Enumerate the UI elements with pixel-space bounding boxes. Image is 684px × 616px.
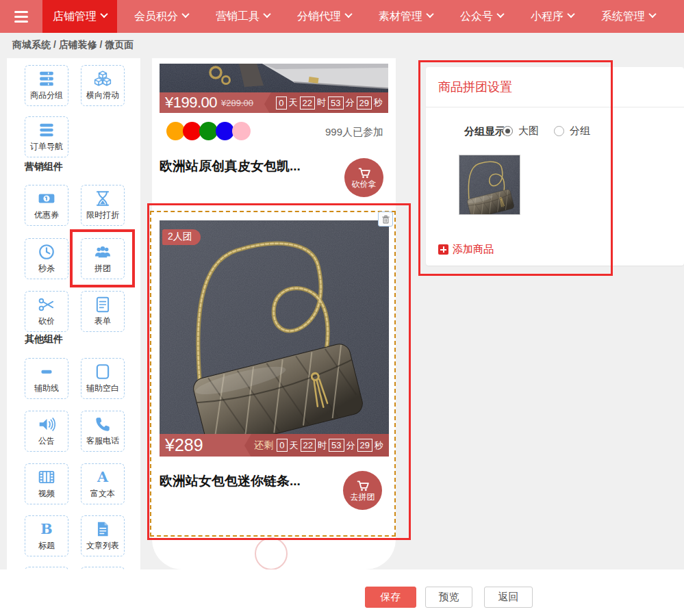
participant-avatars — [166, 122, 249, 140]
form-icon — [94, 296, 112, 313]
sidebar-item-rich-text[interactable]: A 富文本 — [81, 463, 125, 504]
footer-bar: 保存 预览 返回 — [0, 569, 684, 616]
preview-button[interactable]: 预览 — [425, 587, 472, 608]
plus-icon — [438, 244, 448, 255]
sidebar-item-video[interactable]: 视频 — [25, 463, 68, 504]
sidebar-item-service-phone[interactable]: 客服电话 — [81, 411, 125, 452]
hourglass-icon — [94, 190, 112, 207]
display-mode-options: 大图 分组 — [503, 125, 600, 138]
top-nav: 店铺管理 会员积分 营销工具 分销代理 素材管理 公众号 小程序 系统管理 — [0, 0, 684, 33]
add-product-button[interactable]: 添加商品 — [438, 243, 494, 256]
nav-item-member-points[interactable]: 会员积分 — [124, 0, 199, 33]
sidebar-item-partial[interactable] — [81, 567, 125, 569]
cart-icon — [355, 478, 370, 493]
trash-icon — [381, 214, 391, 224]
sidebar-item-bargain[interactable]: 砍价 — [25, 291, 68, 332]
display-mode-label: 分组显示 — [464, 125, 505, 138]
delete-component-button[interactable] — [378, 211, 393, 227]
scissors-icon — [38, 296, 55, 313]
sidebar-item-announcement[interactable]: 公告 — [25, 411, 68, 452]
nav-item-shop-management[interactable]: 店铺管理 — [42, 0, 117, 33]
chevron-down-icon — [567, 10, 574, 18]
chevron-down-icon — [344, 10, 352, 18]
bargain-countdown: 0天 22时 53分 29秒 — [271, 92, 388, 113]
component-palette: 商品分组 横向滑动 订单导航 营销组件 优惠券 限时打折 秒杀 拼团 — [7, 58, 140, 569]
sidebar-item-article-list[interactable]: 文章列表 — [81, 515, 125, 556]
settings-panel-title: 商品拼团设置 — [438, 79, 512, 95]
group-size-badge: 2人团 — [162, 229, 201, 245]
chevron-down-icon — [648, 10, 656, 18]
group-buy-settings-panel: 商品拼团设置 分组显示 大图 分组 添加商品 — [426, 67, 684, 266]
radio-grouped-label[interactable]: 分组 — [570, 125, 590, 138]
article-list-icon — [94, 520, 112, 538]
group-buy-product-image[interactable] — [160, 220, 389, 434]
sidebar-item-flash-sale[interactable]: 秒杀 — [25, 238, 68, 279]
nav-item-material-management[interactable]: 素材管理 — [368, 0, 443, 33]
sidebar-item-divider-line[interactable]: 辅助线 — [25, 358, 68, 399]
heading-icon: B — [38, 520, 55, 538]
svg-text:B: B — [40, 521, 52, 537]
back-button[interactable]: 返回 — [484, 587, 533, 608]
radio-large-image[interactable] — [503, 126, 513, 136]
bargain-button[interactable]: 砍价拿 — [344, 158, 383, 197]
hamburger-menu-icon[interactable] — [0, 0, 42, 33]
chevron-down-icon — [496, 10, 504, 18]
chevron-down-icon — [263, 10, 270, 18]
divider-line-icon — [38, 363, 55, 381]
bargain-product-image[interactable] — [160, 64, 388, 92]
sidebar-item-form[interactable]: 表单 — [81, 291, 125, 332]
avatar — [216, 122, 234, 140]
bargain-product-title: 欧洲站原创真皮女包凯... — [160, 157, 301, 175]
clock-icon — [38, 243, 55, 261]
service-phone-icon — [94, 415, 112, 433]
selected-product-thumbnail[interactable] — [459, 155, 520, 215]
divider — [426, 107, 684, 107]
nav-item-mini-program[interactable]: 小程序 — [520, 0, 584, 33]
sidebar-item-partial[interactable] — [25, 567, 68, 569]
section-header-other: 其他组件 — [25, 333, 63, 346]
nav-item-system-management[interactable]: 系统管理 — [591, 0, 666, 33]
chevron-down-icon — [426, 10, 433, 18]
section-header-marketing: 营销组件 — [25, 161, 63, 173]
announcement-icon — [38, 415, 55, 433]
breadcrumb: 商城系统 / 店铺装修 / 微页面 — [12, 39, 134, 51]
sidebar-item-group-buy[interactable]: 拼团 — [81, 238, 125, 279]
blank-space-icon — [94, 363, 112, 381]
save-button[interactable]: 保存 — [365, 587, 416, 608]
group-buy-countdown: 还剩 0天 22时 53分 29秒 — [251, 434, 389, 457]
group-buy-product-title: 欧洲站女包包迷你链条... — [160, 472, 301, 490]
group-buy-icon — [94, 243, 112, 261]
bargain-price: ¥199.00 — [165, 94, 217, 112]
radio-grouped[interactable] — [554, 126, 564, 136]
avatar — [199, 122, 218, 140]
product-group-icon — [38, 70, 55, 88]
group-buy-button[interactable]: 去拼团 — [343, 471, 382, 510]
group-buy-price: ¥289 — [165, 435, 203, 455]
group-buy-price-bar: ¥289 还剩 0天 22时 53分 29秒 — [160, 434, 389, 457]
rich-text-icon: A — [94, 468, 112, 486]
sidebar-item-blank-space[interactable]: 辅助空白 — [81, 358, 125, 399]
nav-item-official-account[interactable]: 公众号 — [450, 0, 514, 33]
sidebar-item-horizontal-slide[interactable]: 横向滑动 — [81, 65, 125, 106]
horizontal-slide-icon — [94, 70, 112, 88]
bargain-price-bar: ¥199.00 ¥289.00 0天 22时 53分 29秒 — [160, 92, 388, 113]
order-nav-icon — [38, 121, 55, 139]
radio-large-image-label[interactable]: 大图 — [518, 125, 539, 138]
bargain-original-price: ¥289.00 — [221, 98, 253, 108]
sidebar-item-order-nav[interactable]: 订单导航 — [25, 116, 68, 157]
chevron-down-icon — [181, 10, 189, 18]
sidebar-item-product-group[interactable]: 商品分组 — [25, 65, 68, 106]
cart-icon — [357, 166, 371, 180]
nav-item-distribution-agent[interactable]: 分销代理 — [287, 0, 362, 33]
avatar — [183, 122, 201, 140]
sidebar-item-coupon[interactable]: 优惠券 — [25, 185, 68, 226]
svg-text:A: A — [97, 469, 109, 485]
chevron-down-icon — [100, 10, 107, 18]
coupon-icon — [38, 190, 55, 207]
sidebar-item-heading[interactable]: B 标题 — [25, 515, 68, 556]
video-icon — [38, 468, 55, 486]
avatar — [166, 122, 185, 140]
participants-count: 999人已参加 — [325, 126, 383, 139]
sidebar-item-limited-discount[interactable]: 限时打折 — [81, 185, 125, 226]
nav-item-marketing-tools[interactable]: 营销工具 — [205, 0, 280, 33]
